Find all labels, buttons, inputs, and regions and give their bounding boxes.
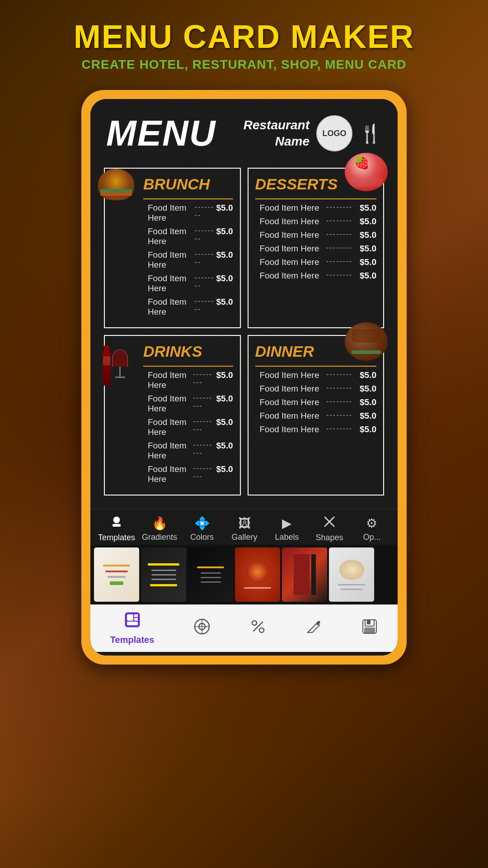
nav-save-icon [361,618,378,639]
cutlery-icon: 🍴 [359,123,382,144]
brunch-food-image [98,169,139,209]
template-thumb-3[interactable] [188,547,233,602]
drinks-items: Food Item Here --------- $5.0 Food Item … [143,370,233,484]
colors-icon: 💠 [194,516,210,531]
nav-camera-icon [194,618,210,639]
list-item: Food Item Here -------- $5.0 [255,271,377,281]
tab-shapes-label: Shapes [315,533,343,542]
template-thumb-6[interactable] [329,547,374,602]
svg-rect-1 [113,524,121,527]
nav-templates[interactable]: Templates [110,612,154,645]
template-thumb-5[interactable] [282,547,327,602]
options-icon: ⚙ [366,516,377,531]
restaurant-info: RestaurantName LOGO 🍴 [244,115,382,151]
list-item: Food Item Here -------- $5.0 [255,203,377,213]
list-item: Food Item Here -------- $5.0 [255,397,377,407]
brunch-header: BRUNCH [143,175,233,193]
app-subtitle: CREATE HOTEL, RESTURANT, SHOP, MENU CARD [9,57,479,72]
brunch-items: Food Item Here -------- $5.0 Food Item H… [143,203,233,317]
nav-templates-icon [124,612,141,632]
tab-templates[interactable]: Templates [98,515,135,542]
list-item: Food Item Here -------- $5.0 [255,244,377,254]
logo-circle: LOGO [316,115,352,151]
phone-inner: MENU RestaurantName LOGO 🍴 [90,99,398,656]
app-header: MENU CARD MAKER CREATE HOTEL, RESTURANT,… [0,0,488,76]
gradients-icon: 🔥 [152,516,168,531]
nav-camera[interactable] [194,618,210,639]
list-item: Food Item Here -------- $5.0 [143,250,233,270]
tab-labels[interactable]: ▶ Labels [269,516,305,542]
gallery-icon: 🖼 [238,516,251,531]
svg-rect-8 [127,622,138,625]
tab-colors[interactable]: 💠 Colors [184,516,220,542]
drinks-header: DRINKS [143,343,233,360]
list-item: Food Item Here -------- $5.0 [143,203,233,223]
desserts-title: DESSERTS [255,175,338,193]
dinner-divider [255,366,377,367]
template-thumbnails [90,545,398,604]
list-item: Food Item Here -------- $5.0 [143,226,233,246]
list-item: Food Item Here --------- $5.0 [143,370,233,390]
list-item: Food Item Here -------- $5.0 [255,411,377,421]
tab-colors-label: Colors [190,533,214,542]
list-item: Food Item Here -------- $5.0 [143,274,233,293]
restaurant-name: RestaurantName [244,117,310,150]
drinks-title: DRINKS [143,343,202,360]
svg-rect-20 [364,627,375,633]
nav-templates-label: Templates [110,635,154,645]
nav-percent[interactable] [250,618,266,639]
desserts-food-image: 🍓 [345,153,388,191]
menu-card: MENU RestaurantName LOGO 🍴 [90,99,398,509]
bottom-nav: Templates [90,604,398,652]
list-item: Food Item Here -------- $5.0 [255,384,377,394]
list-item: Food Item Here -------- $5.0 [143,297,233,317]
brunch-title-container: BRUNCH [143,175,214,193]
desserts-divider [255,198,377,199]
tab-shapes[interactable]: Shapes [311,515,347,542]
tab-options-label: Op... [363,533,380,542]
template-thumb-1[interactable] [94,547,139,602]
phone-frame: MENU RestaurantName LOGO 🍴 [81,90,407,665]
tab-labels-label: Labels [275,533,299,542]
svg-rect-16 [316,620,321,625]
drinks-section: DRINKS Food Item Here --------- $5.0 Foo… [104,335,241,495]
svg-rect-6 [134,614,138,617]
labels-icon: ▶ [282,516,292,531]
app-title: MENU CARD MAKER [9,18,479,55]
dinner-items: Food Item Here -------- $5.0 Food Item H… [255,370,377,434]
template-thumb-4[interactable] [235,547,280,602]
svg-point-0 [113,517,120,523]
dinner-section: DINNER Food Item Here -------- $5.0 Food… [248,335,385,495]
tab-gradients-label: Gradients [142,533,177,542]
brunch-title: BRUNCH [143,175,210,193]
dinner-title: DINNER [255,343,314,360]
tab-gallery[interactable]: 🖼 Gallery [226,516,263,542]
list-item: Food Item Here -------- $5.0 [255,370,377,380]
bottom-toolbar: Templates 🔥 Gradients 💠 Colors 🖼 Gallery [90,509,398,656]
list-item: Food Item Here --------- $5.0 [143,464,233,484]
list-item: Food Item Here --------- $5.0 [143,394,233,414]
nav-edit[interactable] [305,618,322,639]
svg-rect-7 [134,618,138,621]
tab-gradients[interactable]: 🔥 Gradients [141,516,178,542]
nav-percent-icon [250,618,266,639]
brunch-divider [143,198,233,199]
svg-rect-5 [127,614,133,621]
list-item: Food Item Here -------- $5.0 [255,425,377,434]
list-item: Food Item Here --------- $5.0 [143,417,233,437]
drinks-food-image [103,349,128,386]
templates-icon [110,515,123,531]
list-item: Food Item Here --------- $5.0 [143,441,233,461]
template-thumb-2[interactable] [141,547,186,602]
menu-grid: BRUNCH Food Item Here -------- $5.0 F [99,168,389,500]
list-item: Food Item Here -------- $5.0 [255,257,377,267]
menu-header: MENU RestaurantName LOGO 🍴 [99,108,389,159]
list-item: Food Item Here -------- $5.0 [255,217,377,226]
brunch-section: BRUNCH Food Item Here -------- $5.0 F [104,168,241,328]
tab-gallery-label: Gallery [231,533,257,542]
nav-save[interactable] [361,618,378,639]
svg-point-15 [259,628,264,632]
shapes-icon [323,515,336,531]
tab-options[interactable]: ⚙ Op... [354,516,390,542]
toolbar-tabs: Templates 🔥 Gradients 💠 Colors 🖼 Gallery [90,513,398,545]
